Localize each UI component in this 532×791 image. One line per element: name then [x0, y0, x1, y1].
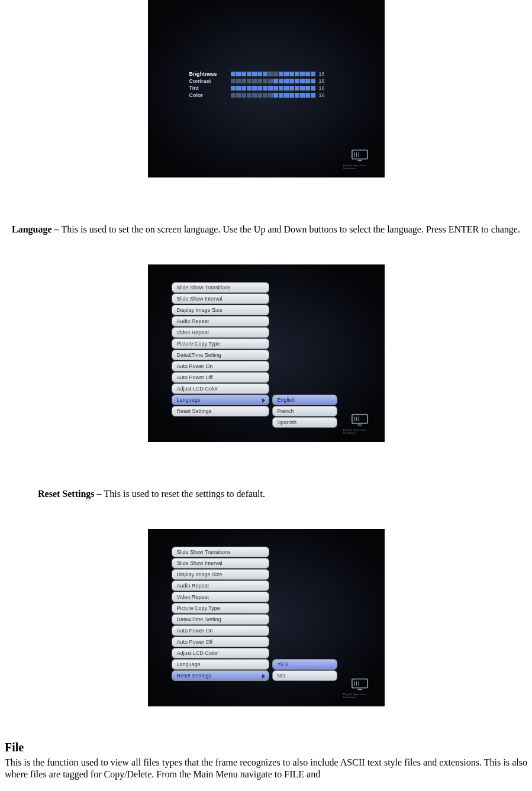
menu-item[interactable]: Display Image Size	[172, 569, 269, 580]
reset-text: This is used to reset the settings to de…	[104, 489, 265, 499]
slider-bar[interactable]	[231, 93, 315, 98]
settings-menu: Slide Show TransitionsSlide Show Interva…	[172, 282, 269, 417]
slider-row[interactable]: Contrast16	[189, 78, 343, 84]
menu-item[interactable]: Audio Repeat	[172, 316, 269, 327]
file-body: This is the function used to view all fi…	[5, 757, 527, 782]
language-menu-screenshot: Slide Show TransitionsSlide Show Interva…	[148, 264, 385, 442]
menu-item[interactable]: Audio Repeat	[172, 580, 269, 591]
reset-submenu: YESNO	[272, 659, 337, 682]
slider-label: Contrast	[189, 78, 227, 84]
monitor-icon	[351, 148, 369, 163]
brand-text: Digital Spectrum Solutions	[343, 164, 376, 170]
slider-value: 16	[319, 92, 327, 98]
slider-bar[interactable]	[231, 72, 315, 76]
brand-logo: Digital Spectrum Solutions	[343, 677, 376, 699]
language-paragraph: Language – This is used to set the on sc…	[5, 224, 527, 236]
menu-item[interactable]: Date&Time Setting	[172, 350, 269, 360]
menu-item[interactable]: Auto Power On	[172, 625, 269, 636]
brand-text: Digital Spectrum Solutions	[343, 693, 376, 699]
menu-item[interactable]: Language	[172, 395, 269, 405]
lcd-color-screenshot: Brightness16Contrast16Tint16Color16 Digi…	[148, 0, 385, 177]
menu-item[interactable]: Auto Power On	[172, 361, 269, 372]
reset-label: Reset Settings –	[38, 489, 104, 499]
slider-bar[interactable]	[231, 79, 315, 83]
menu-item[interactable]: Slide Show Transitions	[172, 547, 269, 557]
brand-logo: Digital Spectrum Solutions	[343, 412, 376, 435]
menu-item[interactable]: Slide Show Transitions	[172, 282, 269, 293]
menu-item[interactable]: Reset Settings	[172, 406, 269, 417]
brand-logo: Digital Spectrum Solutions	[343, 148, 376, 170]
submenu-item[interactable]: YES	[272, 659, 337, 670]
svg-rect-5	[357, 689, 362, 690]
slider-value: 16	[319, 85, 327, 91]
slider-group: Brightness16Contrast16Tint16Color16	[189, 71, 343, 99]
slider-value: 16	[319, 78, 327, 84]
svg-rect-1	[357, 160, 362, 162]
menu-item[interactable]: Adjust LCD Color	[172, 648, 269, 658]
slider-row[interactable]: Tint16	[189, 85, 343, 91]
brand-text: Digital Spectrum Solutions	[343, 428, 376, 434]
submenu-item[interactable]: English	[272, 395, 337, 405]
menu-item[interactable]: Language	[172, 659, 269, 670]
menu-item[interactable]: Adjust LCD Color	[172, 383, 269, 394]
slider-label: Color	[189, 92, 227, 98]
slider-label: Brightness	[189, 71, 227, 77]
monitor-icon	[351, 677, 369, 692]
slider-value: 16	[319, 71, 327, 77]
submenu-item[interactable]: Spanish	[272, 417, 337, 428]
menu-item[interactable]: Date&Time Setting	[172, 614, 269, 625]
slider-row[interactable]: Color16	[189, 92, 343, 98]
menu-item[interactable]: Slide Show Interval	[172, 293, 269, 304]
language-submenu: EnglishFrenchSpanish	[272, 395, 337, 428]
menu-item[interactable]: Video Repeat	[172, 327, 269, 338]
slider-row[interactable]: Brightness16	[189, 71, 343, 77]
menu-item[interactable]: Reset Settings	[172, 670, 269, 681]
submenu-item[interactable]: NO	[272, 670, 337, 681]
menu-item[interactable]: Display Image Size	[172, 305, 269, 315]
menu-item[interactable]: Slide Show Interval	[172, 558, 269, 569]
language-text: This is used to set the on screen langua…	[62, 224, 520, 234]
settings-menu: Slide Show TransitionsSlide Show Interva…	[172, 547, 269, 682]
menu-item[interactable]: Auto Power Off	[172, 372, 269, 383]
menu-item[interactable]: Video Repeat	[172, 592, 269, 602]
menu-item[interactable]: Picture Copy Type	[172, 338, 269, 349]
reset-menu-screenshot: Slide Show TransitionsSlide Show Interva…	[148, 529, 385, 706]
file-heading: File	[5, 741, 527, 754]
submenu-item[interactable]: French	[272, 406, 337, 417]
language-label: Language –	[12, 224, 62, 234]
slider-bar[interactable]	[231, 86, 315, 91]
menu-item[interactable]: Picture Copy Type	[172, 603, 269, 614]
reset-paragraph: Reset Settings – This is used to reset t…	[5, 488, 527, 501]
menu-item[interactable]: Auto Power Off	[172, 637, 269, 647]
svg-rect-3	[357, 424, 362, 425]
monitor-icon	[351, 413, 369, 427]
slider-label: Tint	[189, 85, 227, 91]
